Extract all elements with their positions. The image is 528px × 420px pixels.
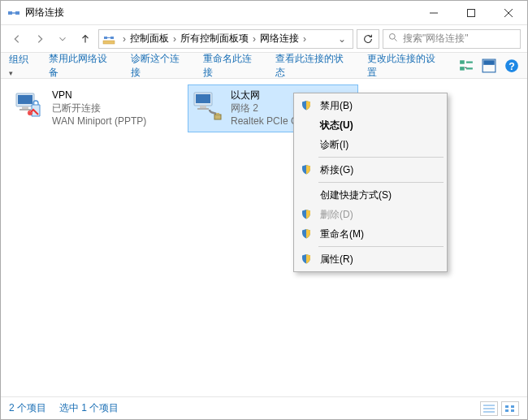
context-menu-label: 桥接(G) bbox=[320, 163, 353, 177]
ethernet-icon bbox=[192, 89, 224, 121]
context-menu-item[interactable]: 状态(U) bbox=[296, 115, 445, 135]
svg-rect-19 bbox=[196, 94, 210, 103]
shield-icon bbox=[301, 209, 312, 220]
toolbar: 组织 禁用此网络设备 诊断这个连接 重命名此连接 查看此连接的状态 更改此连接的… bbox=[1, 53, 527, 79]
connection-name: VPN bbox=[52, 89, 146, 102]
location-icon bbox=[102, 32, 115, 45]
svg-point-6 bbox=[390, 34, 396, 40]
back-button[interactable] bbox=[7, 29, 27, 49]
icons-view-button[interactable] bbox=[501, 401, 519, 416]
svg-rect-3 bbox=[104, 37, 107, 39]
view-options-button[interactable] bbox=[459, 58, 474, 73]
connection-device: WAN Miniport (PPTP) bbox=[52, 115, 146, 128]
titlebar: 网络连接 bbox=[1, 1, 527, 25]
close-button[interactable] bbox=[490, 1, 527, 25]
forward-button[interactable] bbox=[30, 29, 50, 49]
context-menu-label: 状态(U) bbox=[320, 119, 353, 132]
breadcrumb-item[interactable]: 所有控制面板项 bbox=[180, 32, 249, 45]
svg-rect-20 bbox=[200, 106, 206, 108]
search-icon bbox=[388, 32, 398, 45]
shield-icon bbox=[301, 100, 312, 111]
disable-device-button[interactable]: 禁用此网络设备 bbox=[49, 52, 116, 80]
chevron-right-icon: › bbox=[250, 33, 258, 45]
content-area[interactable]: VPN 已断开连接 WAN Miniport (PPTP) 以太网 网络 2 R… bbox=[1, 80, 527, 396]
shield-icon bbox=[301, 164, 312, 175]
breadcrumb-item[interactable]: 网络连接 bbox=[260, 32, 299, 45]
svg-rect-2 bbox=[468, 9, 475, 16]
context-menu: 禁用(B)状态(U)诊断(I)桥接(G)创建快捷方式(S)删除(D)重命名(M)… bbox=[293, 93, 448, 272]
svg-text:?: ? bbox=[509, 60, 515, 71]
window-icon bbox=[7, 6, 20, 19]
status-bar: 2 个项目 选中 1 个项目 bbox=[1, 396, 527, 419]
recent-dropdown[interactable] bbox=[53, 29, 72, 49]
breadcrumb-item[interactable]: 控制面板 bbox=[130, 32, 169, 45]
svg-rect-5 bbox=[103, 41, 115, 44]
breadcrumb-dropdown[interactable]: ⌄ bbox=[335, 33, 349, 45]
svg-rect-0 bbox=[8, 11, 12, 15]
chevron-right-icon: › bbox=[120, 33, 128, 45]
context-menu-label: 属性(R) bbox=[320, 253, 353, 266]
context-menu-label: 重命名(M) bbox=[320, 227, 364, 241]
item-count: 2 个项目 bbox=[9, 401, 46, 415]
svg-rect-23 bbox=[216, 113, 219, 115]
context-menu-label: 禁用(B) bbox=[320, 99, 353, 113]
chevron-right-icon: › bbox=[301, 33, 309, 45]
change-settings-button[interactable]: 更改此连接的设置 bbox=[367, 52, 444, 80]
context-menu-label: 创建快捷方式(S) bbox=[320, 188, 392, 202]
search-input[interactable]: 搜索"网络连接" bbox=[383, 29, 521, 49]
svg-rect-8 bbox=[460, 67, 465, 71]
context-menu-item[interactable]: 禁用(B) bbox=[296, 96, 445, 115]
organize-menu[interactable]: 组织 bbox=[9, 53, 34, 78]
diagnose-button[interactable]: 诊断这个连接 bbox=[131, 52, 188, 80]
svg-rect-22 bbox=[214, 115, 221, 119]
connection-item-vpn[interactable]: VPN 已断开连接 WAN Miniport (PPTP) bbox=[9, 84, 180, 132]
context-menu-item[interactable]: 桥接(G) bbox=[296, 160, 445, 180]
svg-rect-21 bbox=[197, 108, 209, 110]
minimize-button[interactable] bbox=[415, 1, 452, 25]
context-menu-item[interactable]: 诊断(I) bbox=[296, 135, 445, 154]
context-menu-separator bbox=[318, 157, 444, 158]
svg-rect-15 bbox=[22, 106, 28, 109]
view-status-button[interactable]: 查看此连接的状态 bbox=[275, 52, 353, 80]
svg-rect-26 bbox=[505, 409, 509, 412]
svg-rect-24 bbox=[505, 405, 509, 408]
context-menu-item[interactable]: 创建快捷方式(S) bbox=[296, 185, 445, 205]
vpn-icon bbox=[13, 89, 45, 121]
up-button[interactable] bbox=[76, 29, 95, 49]
svg-rect-16 bbox=[19, 109, 31, 110]
chevron-right-icon: › bbox=[171, 33, 179, 45]
maximize-button[interactable] bbox=[452, 1, 490, 25]
details-pane-button[interactable] bbox=[482, 58, 496, 73]
help-button[interactable]: ? bbox=[504, 58, 519, 73]
address-bar: › 控制面板 › 所有控制面板项 › 网络连接 › ⌄ 搜索"网络连接" bbox=[1, 25, 527, 53]
window-title: 网络连接 bbox=[25, 6, 415, 19]
svg-rect-25 bbox=[511, 405, 514, 408]
shield-icon bbox=[301, 228, 312, 240]
context-menu-item[interactable]: 属性(R) bbox=[296, 249, 445, 269]
context-menu-item[interactable]: 重命名(M) bbox=[296, 224, 445, 244]
context-menu-label: 诊断(I) bbox=[320, 138, 348, 152]
svg-rect-27 bbox=[511, 409, 514, 412]
refresh-button[interactable] bbox=[357, 29, 379, 49]
context-menu-separator bbox=[318, 246, 444, 247]
breadcrumb[interactable]: › 控制面板 › 所有控制面板项 › 网络连接 › ⌄ bbox=[98, 29, 353, 49]
connection-status: 已断开连接 bbox=[52, 102, 146, 115]
context-menu-label: 删除(D) bbox=[320, 208, 353, 222]
context-menu-separator bbox=[318, 182, 444, 183]
svg-rect-1 bbox=[15, 11, 19, 15]
selected-count: 选中 1 个项目 bbox=[59, 401, 119, 415]
svg-rect-14 bbox=[18, 95, 32, 104]
svg-rect-4 bbox=[110, 37, 114, 39]
shield-icon bbox=[301, 253, 312, 265]
svg-rect-7 bbox=[460, 60, 465, 64]
rename-button[interactable]: 重命名此连接 bbox=[203, 52, 261, 80]
context-menu-item: 删除(D) bbox=[296, 205, 445, 224]
search-placeholder: 搜索"网络连接" bbox=[403, 32, 469, 45]
svg-rect-10 bbox=[483, 60, 495, 65]
details-view-button[interactable] bbox=[480, 401, 498, 416]
